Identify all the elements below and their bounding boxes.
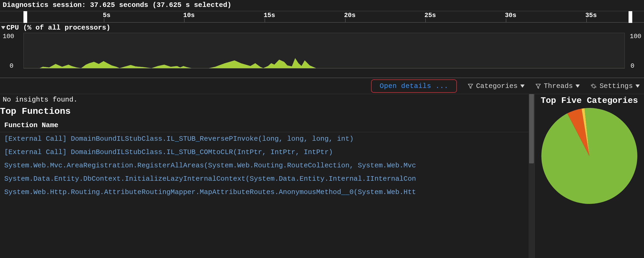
- categories-pane: Top Five Categories: [535, 94, 644, 258]
- ruler-tick: [184, 18, 184, 22]
- session-header: Diagnostics session: 37.625 seconds (37.…: [0, 0, 644, 11]
- insights-text: No insights found.: [0, 94, 534, 105]
- functions-pane: No insights found. Top Functions Functio…: [0, 94, 535, 258]
- categories-pie-chart[interactable]: [541, 108, 637, 204]
- ruler-tick: [425, 18, 426, 22]
- settings-label: Settings: [599, 82, 633, 90]
- cpu-y-min-left: 0: [10, 62, 13, 70]
- ruler-tick-label: 30s: [505, 12, 516, 19]
- ruler-tick-label: 25s: [424, 12, 436, 19]
- filter-icon: [468, 83, 473, 89]
- function-row[interactable]: System.Web.Mvc.AreaRegistration.Register…: [0, 159, 534, 172]
- function-name-column-header[interactable]: Function Name: [0, 119, 534, 132]
- ruler-tick: [506, 18, 506, 22]
- cpu-y-max-left: 100: [3, 33, 14, 40]
- scrollbar-thumb[interactable]: [529, 94, 534, 163]
- toolbar: Open details ... Categories Threads Sett…: [0, 78, 644, 94]
- function-row[interactable]: System.Web.Http.Routing.AttributeRouting…: [0, 186, 534, 199]
- cpu-y-min-right: 0: [631, 62, 634, 70]
- cpu-plot-area[interactable]: [23, 33, 625, 68]
- top-functions-title: Top Functions: [0, 105, 534, 119]
- ruler-tick: [586, 18, 587, 22]
- filter-icon: [535, 83, 541, 89]
- threads-dropdown[interactable]: Threads: [535, 82, 580, 90]
- cpu-lane-header[interactable]: CPU (% of all processors): [0, 23, 644, 33]
- vertical-scrollbar[interactable]: [529, 94, 534, 258]
- ruler-tick: [265, 18, 265, 22]
- settings-dropdown[interactable]: Settings: [590, 82, 640, 90]
- ruler-tick-label: 15s: [264, 12, 275, 19]
- categories-title: Top Five Categories: [541, 96, 638, 106]
- function-row[interactable]: [External Call] DomainBoundILStubClass.I…: [0, 132, 534, 146]
- cpu-chart[interactable]: 100 0 100 0: [0, 33, 644, 78]
- function-row[interactable]: [External Call] DomainBoundILStubClass.I…: [0, 146, 534, 159]
- cpu-y-max-right: 100: [630, 33, 641, 40]
- ruler-tick-label: 5s: [103, 12, 111, 19]
- chevron-down-icon: [575, 84, 580, 88]
- chevron-down-icon: [520, 84, 525, 88]
- categories-dropdown[interactable]: Categories: [468, 82, 525, 90]
- ruler-tick-label: 10s: [183, 12, 195, 19]
- ruler-tick: [104, 18, 104, 22]
- timeline-ruler[interactable]: 5s10s15s20s25s30s35s: [0, 11, 644, 23]
- ruler-tick-label: 20s: [344, 12, 356, 19]
- gear-icon: [590, 83, 597, 89]
- categories-label: Categories: [476, 82, 518, 90]
- chevron-down-icon: [635, 84, 640, 88]
- threads-label: Threads: [544, 82, 573, 90]
- chevron-down-icon: [1, 26, 5, 29]
- cpu-lane-title: CPU (% of all processors): [6, 24, 110, 32]
- selection-handle-left[interactable]: [23, 11, 27, 23]
- function-row[interactable]: System.Data.Entity.DbContext.InitializeL…: [0, 172, 534, 186]
- ruler-tick-label: 35s: [585, 12, 597, 19]
- selection-handle-right[interactable]: [629, 11, 632, 23]
- open-details-link[interactable]: Open details ...: [371, 79, 457, 93]
- ruler-tick: [345, 18, 345, 22]
